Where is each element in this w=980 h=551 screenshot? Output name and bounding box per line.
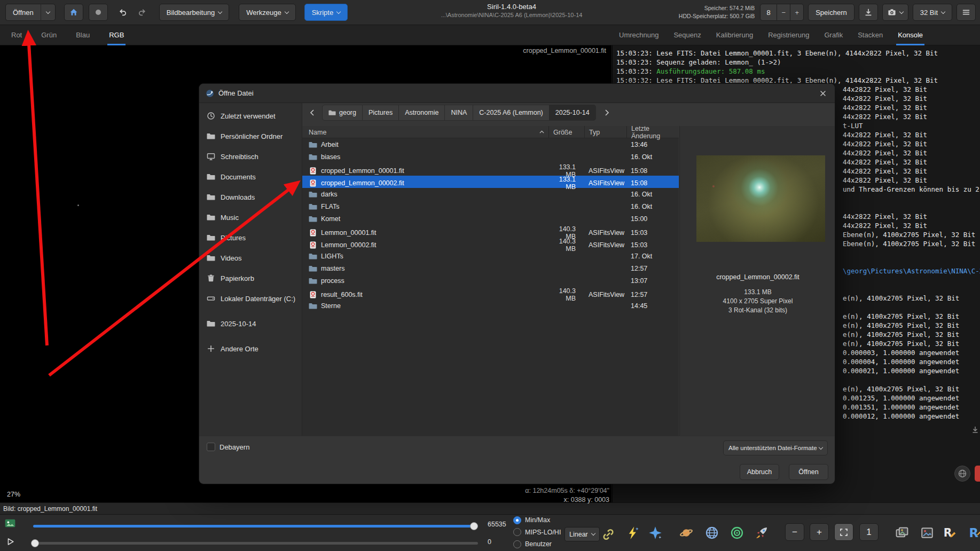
tab-grafik[interactable]: Grafik	[822, 25, 844, 45]
home-button[interactable]	[64, 4, 83, 21]
play-icon[interactable]	[6, 537, 15, 546]
green-target-icon[interactable]	[730, 526, 744, 540]
undo-button[interactable]	[113, 4, 132, 21]
file-row[interactable]: masters12:57	[302, 263, 679, 275]
debayer-checkbox[interactable]	[207, 443, 215, 451]
column-modified[interactable]: Letzte Änderung	[626, 126, 679, 138]
breadcrumb-c-2025-a6-lemmon[interactable]: C-2025 A6 (Lemmon)	[473, 105, 550, 121]
breadcrumb-astronomie[interactable]: Astronomie	[399, 105, 445, 121]
r-blue-icon[interactable]: R	[968, 526, 980, 540]
stop-button[interactable]	[975, 466, 980, 482]
forward-button[interactable]	[600, 105, 614, 121]
tab-registrierung[interactable]: Registrierung	[766, 25, 811, 45]
file-row[interactable]: Komet15:00	[302, 213, 679, 225]
threads-value[interactable]: 8	[760, 4, 777, 21]
radio-mips-lo-hi[interactable]: MIPS-LO/HI	[513, 528, 561, 537]
place-papierkorb[interactable]: Papierkorb	[199, 268, 302, 288]
column-type[interactable]: Typ	[584, 126, 626, 138]
rocket-icon[interactable]	[755, 526, 769, 540]
scroll-to-bottom-icon[interactable]	[971, 426, 979, 434]
tools-menu-button[interactable]: Werkzeuge	[239, 4, 296, 21]
place-downloads[interactable]: Downloads	[199, 187, 302, 207]
file-row[interactable]: cropped_Lemmon_00002.fit133.1 MBASIFitsV…	[302, 176, 679, 188]
file-row[interactable]: Lemmon_00002.fit140.3 MBASIFitsView15:03	[302, 238, 679, 250]
save-as-button[interactable]	[859, 4, 878, 21]
zoom-1to1-button[interactable]: 1	[859, 523, 879, 541]
breadcrumb-2025-10-14[interactable]: 2025-10-14	[550, 105, 596, 121]
file-row[interactable]: darks16. Okt	[302, 188, 679, 200]
place-videos[interactable]: Videos	[199, 248, 302, 268]
tab-kalibrierung[interactable]: Kalibrierung	[715, 25, 755, 45]
monitor-icon[interactable]	[4, 518, 16, 530]
tab-umrechnung[interactable]: Umrechnung	[617, 25, 660, 45]
astrometry-globe-icon[interactable]	[705, 526, 719, 540]
tab-blau[interactable]: Blau	[74, 25, 91, 45]
command-globe-button[interactable]	[954, 466, 970, 482]
dialog-close-button[interactable]	[817, 87, 829, 100]
radio-circle[interactable]	[513, 516, 521, 524]
open-dropdown-button[interactable]	[41, 4, 56, 21]
back-button[interactable]	[305, 105, 319, 121]
scripts-menu-button[interactable]: Skripte	[304, 4, 348, 21]
file-row[interactable]: result_600s.fit140.3 MBASIFitsView12:57	[302, 287, 679, 300]
file-row[interactable]: process13:07	[302, 275, 679, 287]
snapshot-button[interactable]	[882, 4, 908, 21]
radio-min-max[interactable]: Min/Max	[513, 516, 550, 524]
redo-button[interactable]	[132, 4, 152, 21]
zoom-out-button[interactable]: −	[785, 523, 804, 541]
file-row[interactable]: Sterne14:45	[302, 300, 679, 312]
place-zuletzt-verwendet[interactable]: Zuletzt verwendet	[199, 106, 302, 126]
zoom-fit-button[interactable]	[834, 523, 853, 541]
cancel-button[interactable]: Abbruch	[740, 464, 779, 480]
low-slider-knob[interactable]	[31, 539, 39, 547]
threads-minus-button[interactable]: −	[777, 4, 790, 21]
star-detection-icon[interactable]	[648, 526, 662, 540]
threads-plus-button[interactable]: +	[790, 4, 804, 21]
hamburger-menu-button[interactable]	[957, 4, 976, 21]
tab-gr-n[interactable]: Grün	[40, 25, 58, 45]
breadcrumb-georg[interactable]: georg	[322, 105, 363, 121]
image-processing-menu-button[interactable]: Bildbearbeitung	[159, 4, 229, 21]
breadcrumb-nina[interactable]: NINA	[445, 105, 473, 121]
high-slider[interactable]	[33, 525, 478, 528]
high-slider-knob[interactable]	[470, 522, 478, 530]
file-row[interactable]: Lemmon_00001.fit140.3 MBASIFitsView15:03	[302, 225, 679, 238]
low-slider[interactable]	[33, 542, 478, 545]
record-button[interactable]	[89, 4, 108, 21]
file-row[interactable]: FLATs16. Okt	[302, 200, 679, 212]
column-size[interactable]: Größe	[548, 126, 584, 138]
radio-circle[interactable]	[513, 540, 521, 548]
column-name[interactable]: Name	[302, 126, 548, 138]
r-annotate-icon[interactable]: R	[943, 526, 957, 540]
place-2025-10-14[interactable]: 2025-10-14	[199, 313, 302, 334]
radio-benutzer[interactable]: Benutzer	[513, 540, 552, 548]
radio-circle[interactable]	[513, 528, 521, 536]
dialog-open-button[interactable]: Öffnen	[789, 464, 828, 480]
place-andere-orte[interactable]: Andere Orte	[199, 339, 302, 359]
place-music[interactable]: Music	[199, 207, 302, 227]
tab-konsole[interactable]: Konsole	[896, 25, 924, 45]
file-row[interactable]: cropped_Lemmon_00001.fit133.1 MBASIFitsV…	[302, 163, 679, 176]
place-documents[interactable]: Documents	[199, 167, 302, 187]
planet-icon[interactable]	[679, 526, 693, 540]
photo-stack-icon[interactable]	[895, 526, 909, 540]
save-button[interactable]: Speichern	[808, 4, 854, 21]
file-row[interactable]: LIGHTs17. Okt	[302, 250, 679, 262]
open-button[interactable]: Öffnen	[5, 4, 41, 21]
zoom-in-button[interactable]: +	[810, 523, 829, 541]
bit-depth-button[interactable]: 32 Bit	[913, 4, 952, 21]
star-bolt-icon[interactable]	[626, 526, 640, 540]
tab-rgb[interactable]: RGB	[107, 25, 126, 45]
file-row[interactable]: Arbeit13:46	[302, 138, 679, 151]
link-channels-icon[interactable]	[601, 528, 615, 541]
dialog-titlebar[interactable]: Öffne Datei	[199, 84, 835, 103]
photo-icon[interactable]	[920, 526, 934, 540]
place-pictures[interactable]: Pictures	[199, 227, 302, 248]
place-lokaler-datentr-ger-c[interactable]: Lokaler Datenträger (C:)	[199, 288, 302, 309]
place-schreibtisch[interactable]: Schreibtisch	[199, 146, 302, 167]
breadcrumb-pictures[interactable]: Pictures	[363, 105, 399, 121]
tab-stacken[interactable]: Stacken	[856, 25, 884, 45]
file-format-filter-dropdown[interactable]: Alle unterstützten Datei-Formate	[723, 440, 828, 455]
tab-sequenz[interactable]: Sequenz	[672, 25, 702, 45]
file-row[interactable]: biases16. Okt	[302, 151, 679, 163]
